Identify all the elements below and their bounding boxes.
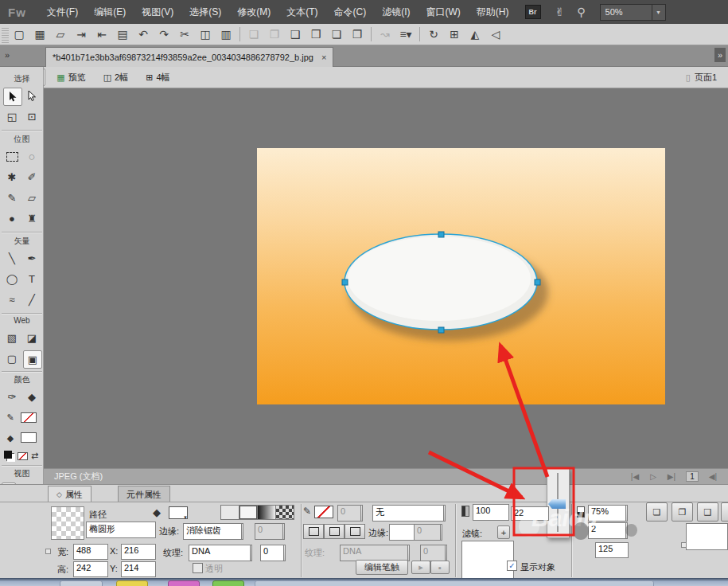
add-filter-button[interactable]: + <box>497 525 510 539</box>
preview-4up-button[interactable]: ⊞ 4幅 <box>139 68 176 86</box>
close-icon[interactable]: × <box>321 53 326 62</box>
panel-collapse-left-icon[interactable]: » <box>5 50 10 60</box>
flip-horizontal-icon[interactable]: ◭ <box>465 26 485 43</box>
width-input[interactable]: 488 <box>73 544 108 560</box>
partial-value-field[interactable]: 125 <box>595 542 629 558</box>
first-frame-icon[interactable]: |◀ <box>631 472 639 481</box>
menu-commands[interactable]: 命令(C) <box>326 0 375 24</box>
stroke-type-select[interactable]: 无▼ <box>372 505 446 522</box>
chevron-down-icon[interactable]: ▼ <box>443 505 446 522</box>
fill-edge-select[interactable]: 消除锯齿▼ <box>183 523 243 540</box>
menu-help[interactable]: 帮助(H) <box>469 0 517 24</box>
ellipse-object[interactable] <box>257 148 665 404</box>
open-icon[interactable]: ▱ <box>50 26 71 43</box>
save-icon[interactable]: ▦ <box>29 26 50 43</box>
menu-view[interactable]: 视图(V) <box>134 0 181 24</box>
play-icon[interactable]: ▷ <box>650 472 656 481</box>
stroke-inside-button[interactable] <box>303 524 324 539</box>
menu-window[interactable]: 窗口(W) <box>419 0 469 24</box>
layer-option-button-2[interactable]: ❐ <box>672 502 693 522</box>
lasso-tool[interactable]: ◌ <box>23 148 41 165</box>
default-colors-icon[interactable] <box>4 451 12 459</box>
stroke-color-swatch[interactable] <box>21 412 37 423</box>
cut-icon[interactable]: ✂ <box>174 26 195 43</box>
chevron-down-icon[interactable]: ▼ <box>250 545 252 561</box>
y-input[interactable]: 214 <box>121 561 156 577</box>
group-icon[interactable]: ❑ <box>285 26 306 43</box>
taskbar-app[interactable] <box>212 580 244 586</box>
no-color-icon[interactable] <box>18 452 28 460</box>
zoom-level-select[interactable]: 50% ▼ <box>600 4 666 21</box>
last-frame-icon[interactable]: ▶| <box>668 472 675 481</box>
hotspot-tool[interactable]: ▧ <box>3 330 21 346</box>
bring-front-icon[interactable]: ❏ <box>326 26 347 43</box>
flip-vertical-icon[interactable]: ◁ <box>485 26 506 43</box>
layer-option-button-1[interactable]: ❏ <box>646 502 668 522</box>
taskbar-tray[interactable] <box>255 580 654 586</box>
print-icon[interactable]: ▤ <box>112 26 133 43</box>
swap-colors-icon[interactable]: ⇄ <box>31 451 38 461</box>
eyedropper-tool[interactable]: ✑ <box>3 389 21 405</box>
document-tab[interactable]: *b401b71e3bb3af69873214f93859a2ee_003403… <box>45 47 333 67</box>
smoothing-input[interactable]: 2▼ <box>588 522 628 539</box>
layer-option-button-4[interactable] <box>721 502 728 522</box>
pointer-tool[interactable] <box>3 88 22 106</box>
fill-none-button[interactable] <box>220 505 239 520</box>
search-icon[interactable]: ⚲ <box>577 6 585 18</box>
bridge-icon[interactable]: Br <box>525 5 541 19</box>
hand-icon[interactable]: ✌ <box>555 6 565 18</box>
show-slices-tool[interactable]: ▣ <box>23 350 42 369</box>
height-input[interactable]: 242 <box>73 561 108 577</box>
menu-text[interactable]: 文本(T) <box>278 0 325 24</box>
document-image[interactable] <box>257 148 665 404</box>
marquee-tool[interactable] <box>3 148 21 165</box>
ungroup-icon[interactable]: ❒ <box>306 26 326 43</box>
paste-icon[interactable]: ▥ <box>216 26 236 43</box>
fill-texture-amount[interactable]: 0▼ <box>260 545 286 561</box>
fill-texture-select[interactable]: DNA▼ <box>189 545 252 561</box>
toolbar-grip[interactable] <box>2 26 9 43</box>
brush-tool[interactable]: ✐ <box>23 169 41 186</box>
tab-properties[interactable]: ◇ 属性 <box>48 486 91 502</box>
chevron-down-icon[interactable]: ▼ <box>625 505 628 522</box>
export-icon[interactable]: ⇤ <box>91 26 112 43</box>
canvas-size-icon[interactable]: ⊞ <box>444 26 465 43</box>
slice-tool[interactable]: ◪ <box>23 330 41 346</box>
opacity-input[interactable]: 100 <box>473 504 509 521</box>
text-tool[interactable]: T <box>23 271 41 287</box>
page-indicator[interactable]: ▯ 页面1 <box>686 72 717 84</box>
hide-slices-tool[interactable]: ▢ <box>3 350 21 367</box>
object-name-input[interactable]: 椭圆形 <box>86 522 156 538</box>
chevron-down-icon[interactable]: ▼ <box>283 545 286 561</box>
menu-edit[interactable]: 编辑(E) <box>86 0 134 24</box>
import-icon[interactable]: ⇥ <box>71 26 91 43</box>
taskbar-app[interactable] <box>116 580 148 586</box>
knife-tool[interactable]: ╱ <box>23 291 41 308</box>
stroke-centered-button[interactable] <box>324 524 345 539</box>
show-object-checkbox[interactable]: ✓ <box>507 561 517 571</box>
constrain-icon[interactable] <box>45 549 51 554</box>
panel-collapse-right-icon[interactable]: » <box>714 48 726 62</box>
undo-icon[interactable]: ↶ <box>133 26 154 43</box>
menu-file[interactable]: 文件(F) <box>39 0 86 24</box>
pen-tool[interactable]: ✒ <box>23 250 41 267</box>
rotate-icon[interactable]: ↻ <box>423 26 444 43</box>
stroke-edge-swatch[interactable] <box>389 524 415 541</box>
align-icon[interactable]: ≡▾ <box>395 26 416 43</box>
rubber-stamp-tool[interactable]: ♜ <box>23 210 41 227</box>
line-tool[interactable]: ╲ <box>3 250 21 267</box>
blur-tool[interactable]: ● <box>3 210 21 227</box>
stroke-outside-button[interactable] <box>345 524 365 539</box>
copy-icon[interactable]: ◫ <box>195 26 216 43</box>
swatch-handle-icon[interactable] <box>681 542 687 548</box>
magic-wand-tool[interactable]: ✱ <box>3 169 21 186</box>
preview-2up-button[interactable]: ◫ 2幅 <box>97 68 135 86</box>
fill-solid-button[interactable] <box>239 505 258 520</box>
fill-pattern-button[interactable] <box>275 505 294 520</box>
previous-frame-icon[interactable]: ◀| <box>709 472 717 481</box>
slider-value-input[interactable]: 22 <box>511 506 549 521</box>
chevron-down-icon[interactable]: ▼ <box>625 522 628 539</box>
menu-modify[interactable]: 修改(M) <box>229 0 278 24</box>
crop-tool[interactable]: ⊡ <box>23 108 41 125</box>
freeform-tool[interactable]: ≈ <box>3 291 21 308</box>
